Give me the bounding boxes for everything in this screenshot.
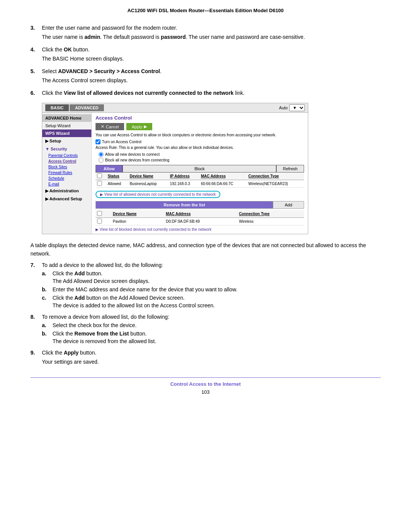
refresh-tab-button[interactable]: Refresh (276, 165, 304, 173)
devices-table: Status Device Name IP Address MAC Addres… (96, 173, 304, 188)
step-7-main: To add a device to the allowed list, do … (42, 262, 381, 268)
body-para-1: A table displays the detected device nam… (30, 241, 381, 258)
allow-radio-row: Allow all new devices to connect (96, 152, 304, 157)
step-4-main: Click the OK button. (42, 46, 381, 53)
router-main-content: Access Control ✕ Cancel Apply ▶ You can … (92, 113, 308, 234)
step-7b-letter: b. (42, 286, 49, 292)
footer-page-number: 103 (30, 389, 381, 395)
sidebar-item-advanced-home[interactable]: ADVANCED Home (42, 114, 91, 122)
sidebar-item-email[interactable]: E-mail (42, 181, 91, 187)
allowed-col-conn: Connection Type (237, 210, 304, 218)
add-button[interactable]: Add (273, 201, 304, 208)
sidebar-item-schedule[interactable]: Schedule (42, 176, 91, 181)
block-radio-label: Block all new devices from connecting (105, 158, 169, 162)
sidebar-item-advanced-setup[interactable]: ▶ Advanced Setup (42, 195, 91, 203)
step-9-block: 9. Click the Apply button. Your settings… (30, 350, 381, 366)
step-6-number: 6. (30, 90, 39, 96)
step-4-sub: The BASIC Home screen displays. (42, 55, 381, 63)
basic-nav-button[interactable]: BASIC (45, 104, 69, 111)
table-row: Allowed BusinessLaptop 192.168.0.3 60:66… (96, 180, 304, 188)
router-body: ADVANCED Home Setup Wizard WPS Wizard ▶ … (42, 113, 308, 234)
step-4-block: 4. Click the OK button. The BASIC Home s… (30, 46, 381, 63)
row-status: Allowed (106, 180, 128, 188)
x-icon: ✕ (101, 124, 104, 129)
step-7c-sub: The device is added to the allowed list … (53, 302, 215, 308)
row-device-name: BusinessLaptop (128, 180, 169, 188)
step-7a-block: a. Click the Add button. The Add Allowed… (42, 270, 381, 284)
step-5-sub: The Access Control screen displays. (42, 77, 381, 85)
step-9-main: Click the Apply button. (42, 350, 381, 356)
allowed-col-mac: MAC Address (164, 210, 237, 218)
access-rule-text: Access Rule: This is a general rule. You… (96, 145, 304, 150)
sidebar-item-setup[interactable]: ▶ Setup (42, 137, 91, 145)
allow-block-refresh-bar: Allow Block Refresh (96, 165, 304, 173)
apply-button[interactable]: Apply ▶ (126, 123, 152, 130)
arrow-icon: ▶ (144, 124, 147, 129)
view-allowed-link[interactable]: View list of allowed devices not current… (100, 192, 216, 197)
step-7a-sub: The Add Allowed Device screen displays. (53, 278, 150, 284)
step-8a-content: Select the check box for the device. (53, 322, 137, 328)
row-conn-type: Wireless(NETGEAR23) (247, 180, 304, 188)
step-8b-letter: b. (42, 331, 49, 344)
sidebar-item-security[interactable]: ▼ Security (42, 145, 91, 153)
sidebar-item-wps-wizard[interactable]: WPS Wizard (42, 129, 91, 137)
cancel-label: Cancel (106, 125, 119, 129)
step-8-block: 8. To remove a device from allowed list,… (30, 314, 381, 344)
step-6-block: 6. Click the View list of allowed device… (30, 90, 381, 96)
sidebar-item-firewall-rules[interactable]: Firewall Rules (42, 170, 91, 176)
turn-on-checkbox[interactable] (96, 139, 100, 144)
step-7-block: 7. To add a device to the allowed list, … (30, 262, 381, 308)
allowed-row-checkbox[interactable] (97, 219, 102, 224)
turn-on-label: Turn on Access Control (102, 140, 142, 144)
step-4-number: 4. (30, 46, 39, 53)
page-header: AC1200 WiFi DSL Modem Router—Essentials … (30, 8, 381, 13)
step-8-number: 8. (30, 314, 39, 320)
allow-tab-button[interactable]: Allow (96, 165, 123, 173)
col-mac-address: MAC Address (199, 173, 247, 180)
auto-dropdown-area: Auto ▼ (279, 104, 305, 111)
step-3-main: Enter the user name and password for the… (42, 25, 381, 31)
step-9-sub: Your settings are saved. (42, 358, 381, 366)
block-tab-button[interactable]: Block (123, 165, 276, 173)
allow-radio[interactable] (99, 152, 104, 157)
step-7c-letter: c. (42, 295, 49, 308)
select-all-checkbox[interactable] (97, 173, 102, 178)
allowed-col-device: Device Name (112, 210, 164, 218)
step-8b-sub: The device is removed from the allowed l… (53, 338, 156, 344)
row-checkbox[interactable] (97, 181, 102, 186)
allowed-col-checkbox (96, 210, 112, 218)
sidebar-item-block-sites[interactable]: Block Sites (42, 164, 91, 170)
sidebar-item-parental-controls[interactable]: Parental Controls (42, 153, 91, 158)
step-8a-block: a. Select the check box for the device. (42, 322, 381, 328)
step-5-main: Select ADVANCED > Security > Access Cont… (42, 68, 381, 74)
allow-radio-label: Allow all new devices to connect (105, 152, 159, 157)
step-3-block: 3. Enter the user name and password for … (30, 25, 381, 41)
step-7b-block: b. Enter the MAC address and device name… (42, 286, 381, 292)
devices-table-header-row: Status Device Name IP Address MAC Addres… (96, 173, 304, 180)
remove-from-list-button[interactable]: Remove from the list (96, 201, 273, 208)
router-sidebar: ADVANCED Home Setup Wizard WPS Wizard ▶ … (42, 113, 92, 234)
row-mac: 60:66:66:DA:66:7C (199, 180, 247, 188)
sidebar-item-access-control[interactable]: Access Control (42, 158, 91, 164)
sidebar-item-setup-wizard[interactable]: Setup Wizard (42, 122, 91, 129)
step-7c-content: Click the Add button on the Add Allowed … (53, 295, 215, 308)
allowed-devices-table: Device Name MAC Address Connection Type … (96, 210, 304, 225)
allowed-row-checkbox-cell (96, 218, 112, 225)
col-checkbox (96, 173, 106, 180)
remove-add-bar: Remove from the list Add (96, 201, 304, 209)
step-3-number: 3. (30, 25, 39, 31)
col-connection-type: Connection Type (247, 173, 304, 180)
cancel-button[interactable]: ✕ Cancel (96, 123, 124, 130)
sidebar-item-administration[interactable]: ▶ Administration (42, 187, 91, 195)
row-checkbox-cell (96, 180, 106, 188)
block-radio[interactable] (99, 158, 104, 163)
step-8b-block: b. Click the Remove from the List button… (42, 331, 381, 344)
view-allowed-link-container[interactable]: View list of allowed devices not current… (96, 191, 220, 198)
allowed-select-all[interactable] (97, 211, 102, 216)
view-blocked-link[interactable]: View list of blocked devices not current… (96, 227, 212, 232)
step-8-main: To remove a device from allowed list, do… (42, 314, 381, 320)
page-footer: Control Access to the Internet 103 (30, 377, 381, 395)
advanced-nav-button[interactable]: ADVANCED (70, 104, 104, 111)
auto-select[interactable]: ▼ (289, 104, 305, 111)
footer-link[interactable]: Control Access to the Internet (170, 381, 241, 387)
